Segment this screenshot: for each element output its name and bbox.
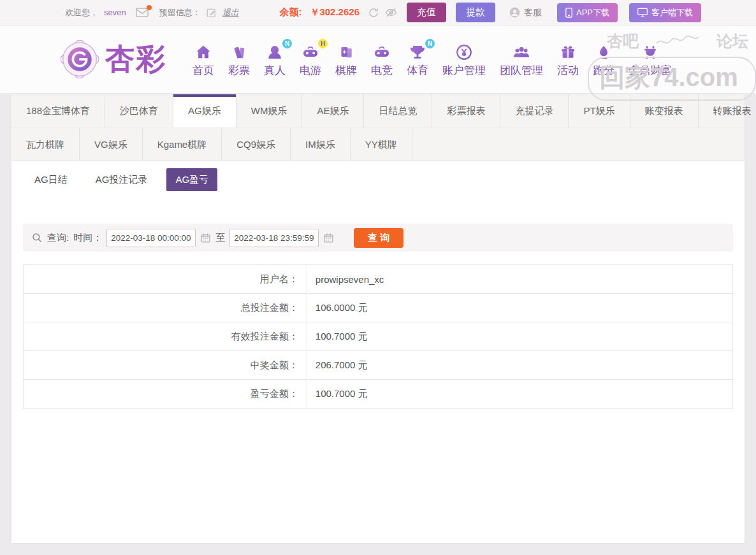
end-time-input[interactable] <box>229 229 319 247</box>
logo-text: 杏彩 <box>105 40 166 79</box>
row-label: 总投注金额： <box>24 294 307 322</box>
client-download-label: 客户端下载 <box>651 7 693 18</box>
coin-yuan-icon <box>442 41 486 61</box>
query-label: 查询: <box>47 232 69 244</box>
tab-yy-boardgames[interactable]: YY棋牌 <box>351 128 412 161</box>
logout-link[interactable]: 退出 <box>222 7 239 18</box>
tab-ae-entertainment[interactable]: AE娱乐 <box>302 94 364 127</box>
tab-row-2: 瓦力棋牌 VG娱乐 Kgame棋牌 CQ9娱乐 IM娱乐 YY棋牌 <box>11 127 745 161</box>
app-download-button[interactable]: APP下载 <box>557 3 618 22</box>
esports-gamepad-icon <box>371 41 393 61</box>
refresh-icon[interactable] <box>368 7 379 18</box>
nav-item-home[interactable]: 首页 <box>185 41 221 78</box>
nav-item-egames[interactable]: H 电游 <box>293 41 328 78</box>
recharge-button[interactable]: 充值 <box>407 3 446 22</box>
nav-item-esports[interactable]: 电竞 <box>364 41 400 78</box>
logo-emblem-icon <box>61 40 99 78</box>
nav-item-paofen[interactable]: 跑分 <box>586 41 622 78</box>
tab-row-1: 188金宝博体育 沙巴体育 AG娱乐 WM娱乐 AE娱乐 日结总览 彩票报表 充… <box>11 94 745 127</box>
row-value: 100.7000 元 <box>307 322 732 350</box>
tab-lottery-report[interactable]: 彩票报表 <box>432 94 500 127</box>
nav-item-wealth[interactable]: 金鼎财富 <box>622 41 679 78</box>
client-download-button[interactable]: 客户端下载 <box>629 3 701 22</box>
customer-service-button[interactable]: 客服 <box>509 6 542 18</box>
balance-value: ￥302.2626 <box>310 6 360 18</box>
report-tabs: 188金宝博体育 沙巴体育 AG娱乐 WM娱乐 AE娱乐 日结总览 彩票报表 充… <box>11 94 745 161</box>
row-label: 用户名： <box>24 265 307 293</box>
app-download-label: APP下载 <box>576 7 609 18</box>
nav-item-team-management[interactable]: 团队管理 <box>493 41 550 78</box>
nav-item-board-games[interactable]: 棋牌 <box>328 41 364 78</box>
flame-icon <box>593 41 614 61</box>
site-logo[interactable]: 杏彩 <box>61 40 166 79</box>
subtab-ag-profit-loss[interactable]: AG盈亏 <box>166 168 217 191</box>
withdraw-button[interactable]: 提款 <box>456 3 495 22</box>
tab-ag-entertainment[interactable]: AG娱乐 <box>173 94 236 127</box>
table-row-valid-bet: 有效投注金额： 100.7000 元 <box>24 322 732 351</box>
lottery-tickets-icon <box>228 41 250 61</box>
time-label: 时间： <box>73 232 102 244</box>
table-row-winnings: 中奖金额： 206.7000 元 <box>24 351 732 380</box>
nav-item-sports[interactable]: N 体育 <box>400 41 435 78</box>
tab-daily-summary[interactable]: 日结总览 <box>364 94 432 127</box>
tab-shaba-sports[interactable]: 沙巴体育 <box>105 94 173 127</box>
team-people-icon <box>500 41 543 61</box>
ding-vessel-icon <box>629 41 672 61</box>
site-header: 杏彩 首页 彩票 N 真人 <box>0 25 756 93</box>
end-calendar-icon[interactable] <box>323 233 334 243</box>
search-bar: 查询: 时间： 至 查 询 <box>23 224 733 252</box>
edit-icon[interactable] <box>207 8 217 18</box>
tab-vg-entertainment[interactable]: VG娱乐 <box>80 128 143 161</box>
row-value: 206.7000 元 <box>307 351 732 379</box>
row-label: 中奖金额： <box>24 351 307 379</box>
start-time-input[interactable] <box>106 229 196 247</box>
row-value: prowipseven_xc <box>307 265 732 293</box>
service-person-icon <box>509 6 521 18</box>
tab-im-entertainment[interactable]: IM娱乐 <box>291 128 351 161</box>
nav-item-live-casino[interactable]: N 真人 <box>257 41 293 78</box>
row-value: 106.0000 元 <box>307 294 732 322</box>
cards-icon <box>335 41 357 61</box>
table-row-username: 用户名： prowipseven_xc <box>24 265 732 294</box>
hot-badge: H <box>318 39 328 48</box>
query-button[interactable]: 查 询 <box>354 228 403 248</box>
tab-188-sports[interactable]: 188金宝博体育 <box>11 94 105 127</box>
phone-icon <box>565 8 572 18</box>
ag-subtabs: AG日结 AG投注记录 AG盈亏 <box>25 168 745 192</box>
main-nav: 首页 彩票 N 真人 <box>185 41 679 78</box>
new-badge: N <box>282 39 292 48</box>
row-label: 盈亏金额： <box>24 380 307 408</box>
notification-dot <box>147 5 152 10</box>
topbar: 欢迎您， seven 预留信息： 退出 余额: ￥302.2626 <box>0 0 756 25</box>
table-row-total-bet: 总投注金额： 106.0000 元 <box>24 294 732 322</box>
tab-deposit-withdraw-records[interactable]: 充提记录 <box>500 94 569 127</box>
profit-loss-table: 用户名： prowipseven_xc 总投注金额： 106.0000 元 有效… <box>23 264 733 409</box>
nav-item-lottery[interactable]: 彩票 <box>221 41 257 78</box>
tab-cq9-entertainment[interactable]: CQ9娱乐 <box>222 128 291 161</box>
tab-pt-entertainment[interactable]: PT娱乐 <box>569 94 630 127</box>
search-icon <box>31 232 43 243</box>
watermark-right-text: 论坛 <box>716 31 748 52</box>
subtab-ag-bet-records[interactable]: AG投注记录 <box>87 168 157 191</box>
nav-item-promotions[interactable]: 活动 <box>550 41 586 78</box>
start-calendar-icon[interactable] <box>200 233 211 243</box>
tab-wali-boardgames[interactable]: 瓦力棋牌 <box>11 128 80 161</box>
home-icon <box>193 41 214 61</box>
subtab-ag-daily[interactable]: AG日结 <box>25 168 76 191</box>
main-panel: 188金宝博体育 沙巴体育 AG娱乐 WM娱乐 AE娱乐 日结总览 彩票报表 充… <box>11 94 745 543</box>
table-row-profit-loss: 盈亏金额： 100.7000 元 <box>24 380 732 408</box>
gift-icon <box>557 41 579 61</box>
hide-balance-icon[interactable] <box>385 6 397 18</box>
tab-kgame-boardgames[interactable]: Kgame棋牌 <box>143 128 222 161</box>
tab-account-change-report[interactable]: 账变报表 <box>630 94 699 127</box>
monitor-icon <box>637 8 648 17</box>
tab-transfer-report[interactable]: 转账报表 <box>699 94 756 127</box>
reserved-info-label: 预留信息： <box>159 7 201 18</box>
tab-wm-entertainment[interactable]: WM娱乐 <box>236 94 303 127</box>
username: seven <box>104 8 126 17</box>
row-value: 100.7000 元 <box>307 380 732 408</box>
mail-icon[interactable] <box>136 8 149 17</box>
nav-item-account-management[interactable]: 账户管理 <box>435 41 493 78</box>
welcome-text: 欢迎您， <box>65 7 98 18</box>
to-label: 至 <box>215 232 225 244</box>
